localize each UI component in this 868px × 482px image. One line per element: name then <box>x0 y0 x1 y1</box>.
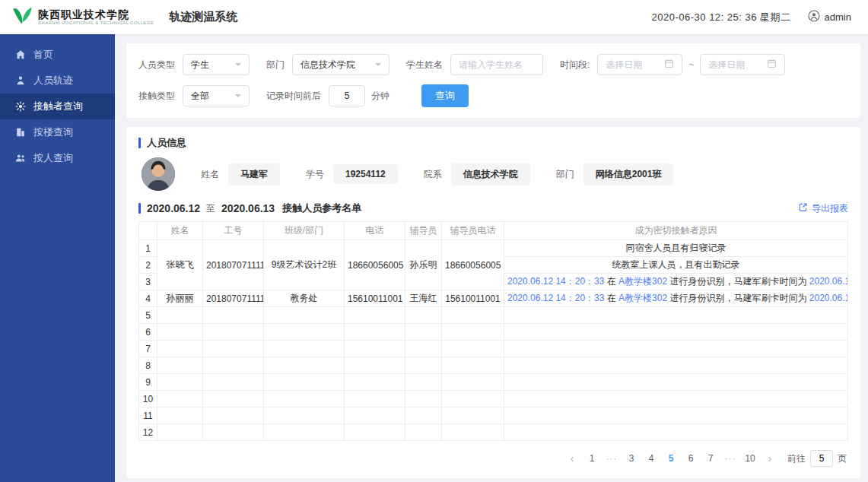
app-title: 轨迹测温系统 <box>169 10 237 24</box>
contact-type-select[interactable]: 全部 <box>183 85 250 106</box>
user-menu[interactable]: admin <box>808 10 851 24</box>
chevron-down-icon <box>235 63 241 69</box>
reason-text: 统教室上课人员，且有出勤记录 <box>612 259 740 270</box>
cell-counselor <box>405 391 442 407</box>
cell-work_id <box>203 307 264 324</box>
record-time-label: 记录时间前后 <box>266 90 321 103</box>
table-row: 12 <box>139 424 848 441</box>
record-time-input[interactable] <box>329 85 365 106</box>
row-number: 7 <box>139 341 157 357</box>
next-page-button[interactable]: › <box>761 450 778 467</box>
sidebar-item-contact-query[interactable]: 接触者查询 <box>0 94 115 119</box>
cell-name <box>157 324 203 341</box>
reason-link[interactable]: 2020.06.12 14：20：33 <box>507 276 604 287</box>
sidebar-item-home[interactable]: 首页 <box>0 42 115 68</box>
home-icon <box>15 49 26 60</box>
reason-link[interactable]: 2020.06.12 14：21：33 <box>809 293 848 303</box>
current-page[interactable]: 5 <box>663 450 679 467</box>
cell-counselor_phone <box>442 391 504 407</box>
column-header: 辅导员 <box>405 222 442 240</box>
page-button[interactable]: 7 <box>702 450 719 467</box>
logo-area: 陕西职业技术学院 SHAANXI VOCATIONAL & TECHNICAL … <box>11 5 154 30</box>
route-icon <box>15 75 26 86</box>
page-button[interactable]: 4 <box>643 450 660 467</box>
cell-phone <box>345 341 405 357</box>
row-number: 12 <box>139 424 157 441</box>
student-name-input[interactable] <box>450 54 543 75</box>
cell-work_id <box>203 424 264 441</box>
to-label: 至 <box>206 202 215 215</box>
chevron-down-icon <box>375 63 381 69</box>
goto-label: 前往 <box>787 452 806 465</box>
calendar-icon <box>767 59 777 71</box>
page-button[interactable]: 3 <box>623 450 640 467</box>
reason-cell: 2020.06.12 14：20：33 在 A教学楼302 进行身份识别，马建军… <box>504 290 848 307</box>
top-header: 陕西职业技术学院 SHAANXI VOCATIONAL & TECHNICAL … <box>0 0 868 34</box>
cell-counselor <box>405 357 442 374</box>
reason-link[interactable]: 2020.06.12 14：21：33 <box>809 276 848 287</box>
page-button[interactable]: 10 <box>742 450 758 467</box>
reason-text: 在 <box>604 276 618 287</box>
user-icon <box>808 10 820 24</box>
search-button[interactable]: 查询 <box>421 84 469 107</box>
sidebar-item-person-track[interactable]: 人员轨迹 <box>0 68 115 94</box>
contact-list-title: 接触人员参考名单 <box>282 201 361 215</box>
reason-cell: 2020.06.12 14：20：33 在 A教学楼302 进行身份识别，马建军… <box>504 274 848 290</box>
pagination: ‹1···34567···10›前往页 <box>138 450 848 467</box>
cell-work_id <box>203 341 264 357</box>
cell-work_id <box>203 374 264 391</box>
column-header: 成为密切接触者原因 <box>504 222 848 240</box>
cell-phone <box>345 357 405 374</box>
department-select[interactable]: 信息技术学院 <box>292 54 389 75</box>
cell-counselor <box>405 307 442 324</box>
row-number: 8 <box>139 357 157 374</box>
cell-counselor_phone <box>442 407 504 424</box>
chevron-down-icon <box>235 94 241 100</box>
column-header: 辅导员电话 <box>442 222 504 240</box>
reason-text: 进行身份识别，马建军刷卡时间为 <box>667 276 809 287</box>
name-value: 马建军 <box>228 163 280 186</box>
cell-name: 孙丽丽 <box>157 290 203 307</box>
cell-name <box>157 357 203 374</box>
row-number: 9 <box>139 374 157 391</box>
table-row: 11 <box>139 407 848 424</box>
start-date-picker[interactable]: 选择日期 <box>597 54 682 75</box>
cell-work_id <box>203 407 264 424</box>
dept-value: 网络信息2001班 <box>583 163 674 186</box>
person-type-select[interactable]: 学生 <box>183 54 250 75</box>
table-row: 1张晓飞2018070711119级艺术设计2班18660056005孙乐明18… <box>139 240 848 257</box>
export-report-button[interactable]: 导出报表 <box>798 202 848 215</box>
cell-work_id: 201807071111 <box>203 290 264 307</box>
row-number: 1 <box>139 240 157 257</box>
avatar <box>141 157 175 191</box>
page-button[interactable]: 1 <box>583 450 600 467</box>
cell-dept: 9级艺术设计2班 <box>264 240 345 290</box>
page-button[interactable]: 6 <box>682 450 699 467</box>
sidebar-item-person-query[interactable]: 按人查询 <box>0 145 115 171</box>
contact-icon <box>15 101 26 112</box>
table-row: 4孙丽丽201807071111教务处15610011001王海红1561001… <box>139 290 848 307</box>
calendar-icon <box>664 59 674 71</box>
goto-page-input[interactable] <box>810 450 833 467</box>
end-date-picker[interactable]: 选择日期 <box>700 54 785 75</box>
reason-cell <box>504 307 848 324</box>
contact-type-label: 接触类型 <box>138 90 175 103</box>
cell-dept <box>264 307 345 324</box>
reason-link[interactable]: A教学楼302 <box>618 276 667 287</box>
reason-link[interactable]: A教学楼302 <box>618 293 667 303</box>
table-row: 9 <box>139 374 848 391</box>
table-row: 5 <box>139 307 848 324</box>
reason-cell <box>504 341 848 357</box>
export-icon <box>798 202 808 214</box>
cell-phone: 18660056005 <box>345 240 405 290</box>
cell-name <box>157 307 203 324</box>
cell-phone <box>345 374 405 391</box>
sidebar-item-label: 人员轨迹 <box>33 74 73 87</box>
column-header: 电话 <box>345 222 405 240</box>
prev-page-button[interactable]: ‹ <box>564 450 580 467</box>
ellipsis: ··· <box>722 450 739 467</box>
reason-cell <box>504 374 848 391</box>
sidebar-item-building-query[interactable]: 按楼查询 <box>0 119 115 145</box>
column-header: 班级/部门 <box>264 222 345 240</box>
reason-link[interactable]: 2020.06.12 14：20：33 <box>507 293 604 303</box>
